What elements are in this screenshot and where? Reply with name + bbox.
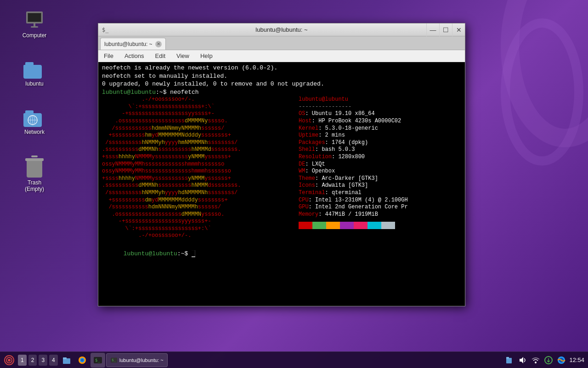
menu-edit[interactable]: Edit: [150, 51, 171, 61]
lubuntu-folder-label: lubuntu: [25, 80, 43, 87]
terminal-icon: $_: [102, 27, 108, 33]
palette-box-red: [299, 222, 312, 229]
neofetch-output: .-/+oossssoo+/-. \`:+ssssssssssssssssss+…: [102, 96, 461, 240]
menu-help[interactable]: Help: [195, 51, 218, 61]
palette-box-purple: [340, 222, 354, 229]
terminal-titlebar: $_ lubuntu@lubuntu: ~ — ☐ ✕: [98, 23, 465, 36]
files-tray-icon[interactable]: [505, 355, 515, 365]
svg-text:$_: $_: [112, 358, 116, 362]
svg-point-0: [510, 0, 588, 138]
file-manager-taskbar-button[interactable]: [59, 353, 74, 368]
tab-close-button[interactable]: ✕: [155, 41, 162, 47]
menu-actions[interactable]: Actions: [119, 51, 150, 61]
svg-text:$_: $_: [95, 358, 100, 362]
clock-time: 12:54: [569, 356, 584, 363]
workspace-2[interactable]: 2: [28, 355, 37, 366]
svg-rect-19: [506, 357, 509, 359]
trash-icon-img: [24, 155, 45, 178]
term-prompt-final: lubuntu@lubuntu:~$ █: [102, 242, 461, 266]
network-folder-icon[interactable]: Network: [14, 101, 55, 139]
menu-file[interactable]: File: [98, 51, 119, 61]
terminal-content[interactable]: neofetch is already the newest version (…: [98, 62, 465, 306]
workspace-1[interactable]: 1: [18, 355, 27, 366]
maximize-button[interactable]: ☐: [439, 23, 452, 36]
window-controls: — ☐ ✕: [426, 23, 465, 36]
palette-box-green: [312, 222, 326, 229]
taskbar: 1 2 3 4 $_: [0, 351, 588, 368]
browser-tray-icon[interactable]: [556, 355, 566, 365]
svg-point-13: [81, 359, 84, 362]
taskbar-left: 1 2 3 4 $_: [0, 353, 168, 368]
workspace-4[interactable]: 4: [49, 355, 58, 366]
updates-tray-icon[interactable]: [543, 355, 554, 365]
color-palette: [299, 222, 408, 229]
start-button[interactable]: [2, 353, 17, 368]
sound-tray-icon[interactable]: [518, 355, 528, 365]
computer-icon-label: Computer: [23, 32, 47, 39]
network-folder-img: [23, 105, 45, 127]
lubuntu-folder-icon[interactable]: lubuntu: [14, 53, 55, 91]
network-folder-label: Network: [24, 129, 45, 135]
network-tray-icon[interactable]: [531, 355, 541, 365]
lubuntu-folder-img: [23, 57, 45, 79]
trash-icon[interactable]: Trash (Empty): [14, 152, 55, 196]
firefox-taskbar-button[interactable]: [75, 353, 90, 368]
workspace-3[interactable]: 3: [39, 355, 47, 366]
terminal-title: lubuntu@lubuntu: ~: [255, 26, 307, 33]
terminal-taskbar-button[interactable]: $_: [90, 353, 105, 368]
svg-point-1: [505, 23, 579, 161]
ascii-art: .-/+oossssoo+/-. \`:+ssssssssssssssssss+…: [102, 96, 295, 240]
term-line: neofetch is already the newest version (…: [102, 64, 461, 72]
svg-rect-10: [63, 357, 67, 359]
svg-marker-20: [520, 357, 523, 363]
computer-icon[interactable]: Computer: [14, 5, 55, 42]
trash-icon-label: Trash (Empty): [17, 179, 51, 192]
close-button[interactable]: ✕: [452, 23, 465, 36]
terminal-app-label: lubuntu@lubuntu: ~: [119, 357, 164, 363]
term-line: lubuntu@lubuntu:~$ neofetch: [102, 88, 461, 97]
term-line: neofetch set to manually installed.: [102, 72, 461, 80]
palette-box-grey: [381, 222, 395, 229]
tab-label: lubuntu@lubuntu: ~: [104, 41, 153, 47]
palette-box-orange: [326, 222, 340, 229]
svg-point-8: [8, 359, 11, 362]
term-line: 0 upgraded, 0 newly installed, 0 to remo…: [102, 80, 461, 88]
terminal-taskbar-app[interactable]: $_ lubuntu@lubuntu: ~: [106, 353, 168, 367]
system-info: lubuntu@lubuntu ---------------- OS: Ubu…: [295, 96, 408, 240]
computer-icon-img: [23, 8, 45, 30]
palette-box-cyan: [368, 222, 381, 229]
terminal-menubar: File Actions Edit View Help: [98, 50, 465, 62]
taskbar-right: 12:54: [505, 355, 588, 365]
minimize-button[interactable]: —: [426, 23, 439, 36]
menu-view[interactable]: View: [171, 51, 195, 61]
system-clock: 12:54: [569, 356, 584, 363]
svg-point-21: [535, 362, 537, 363]
terminal-tab[interactable]: lubuntu@lubuntu: ~ ✕: [100, 38, 166, 50]
terminal-window: $_ lubuntu@lubuntu: ~ — ☐ ✕ lubuntu@lubu…: [98, 23, 465, 306]
terminal-tabbar: lubuntu@lubuntu: ~ ✕: [98, 36, 465, 50]
palette-box-pink: [354, 222, 368, 229]
